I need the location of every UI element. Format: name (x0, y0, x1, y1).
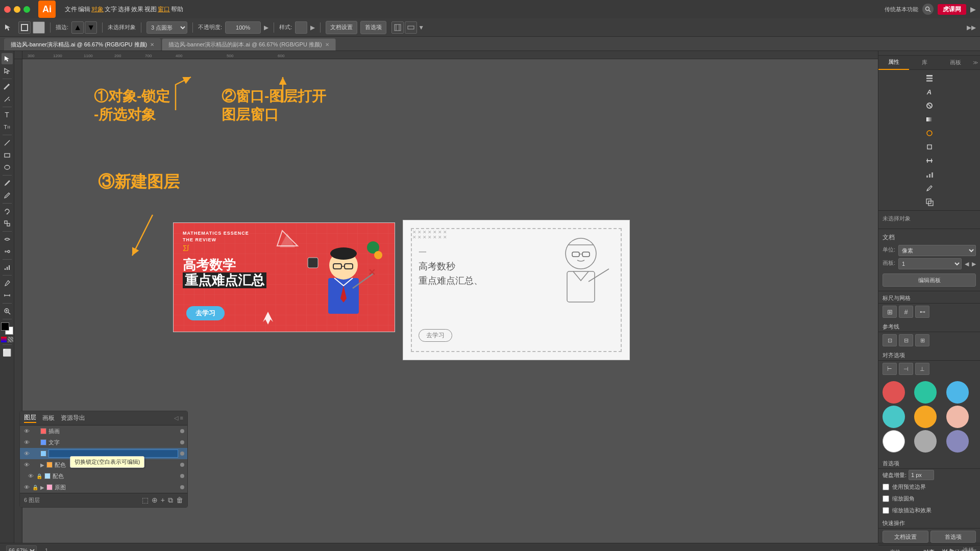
menu-file[interactable]: 文件 (65, 5, 77, 14)
expand-panel-icon[interactable]: ▶ (970, 5, 976, 13)
arrange-btn[interactable] (391, 21, 404, 34)
rp-stroke-icon[interactable] (923, 99, 936, 112)
pencil-tool[interactable] (2, 190, 13, 201)
gradient-btn[interactable] (1, 337, 7, 342)
selection-tool[interactable] (2, 53, 13, 64)
stroke-up-btn[interactable]: ▲ (71, 21, 84, 34)
swatch-teal[interactable] (914, 381, 937, 404)
snap-btn-1[interactable]: ⊢ (883, 363, 897, 375)
swatch-red[interactable] (883, 381, 905, 404)
rp-appearance-icon[interactable] (923, 127, 936, 139)
pen-tool[interactable] (2, 81, 13, 92)
swatch-pink[interactable] (946, 406, 969, 428)
layer-eye-original[interactable]: 👁 (23, 484, 30, 490)
rp-artboard-next[interactable]: ▶ (972, 261, 976, 267)
bp-tab-align[interactable]: 对齐 (912, 545, 946, 551)
rp-align-icon[interactable] (923, 155, 936, 167)
new-sublayer-btn[interactable]: ⊕ (152, 496, 158, 505)
stroke-down-btn[interactable]: ▼ (85, 21, 97, 34)
menu-view[interactable]: 视图 (144, 5, 157, 14)
layer-row-original[interactable]: 👁 🔒 ▶ 原图 (20, 482, 187, 493)
layers-panel-collapse[interactable]: ◁ (174, 415, 178, 421)
tab-1[interactable]: 描边风-banner演示精品.ai @ 66.67% (RGB/GPU 推颜) … (4, 38, 161, 51)
zoom-select[interactable]: 66.67% (6, 545, 37, 552)
make-clipping-btn[interactable]: ⬚ (142, 496, 149, 505)
layer-eye-editing[interactable]: 👁 (23, 450, 30, 457)
menu-effect[interactable]: 效果 (131, 5, 143, 14)
fullscreen-window-btn[interactable] (23, 6, 30, 13)
rect-tool[interactable] (2, 149, 13, 161)
layer-row-peise2[interactable]: 👁 🔒 配色 (20, 470, 187, 482)
close-window-btn[interactable] (4, 6, 11, 13)
layers-panel-menu[interactable]: ≡ (180, 415, 183, 421)
swatch-white[interactable] (883, 430, 905, 453)
area-type-tool[interactable]: T⌗ (2, 121, 13, 133)
layer-expand-original[interactable]: ▶ (40, 485, 44, 490)
rp-artboard-select[interactable]: 1 (898, 258, 962, 269)
quick-doc-settings-btn[interactable]: 文档设置 (883, 531, 928, 543)
style-expand-icon[interactable]: ▶ (310, 24, 315, 31)
arrange-expand[interactable]: ▼ (418, 24, 424, 31)
style-box[interactable] (295, 21, 307, 34)
change-screen-mode-btn[interactable]: ⬜ (2, 347, 13, 358)
stroke-color-box[interactable] (18, 21, 31, 34)
grid-btn-1[interactable]: ⊞ (883, 306, 897, 318)
layers-tab-export[interactable]: 资源导出 (61, 414, 85, 422)
grid-btn-2[interactable]: # (899, 306, 913, 318)
layer-eye-chua[interactable]: 👁 (23, 428, 30, 434)
opacity-input[interactable] (225, 21, 261, 34)
rp-scale-strokes-check[interactable] (883, 507, 889, 514)
blend-tool[interactable] (2, 246, 13, 257)
layer-eye-peise2[interactable]: 👁 (27, 473, 34, 479)
rp-brush-icon[interactable] (923, 182, 936, 194)
measure-tool[interactable] (2, 290, 13, 301)
fill-color-box[interactable] (33, 21, 45, 34)
shape-select[interactable]: 3 点圆形 (146, 21, 187, 34)
eyedropper-tool[interactable] (2, 278, 13, 289)
paintbrush-tool[interactable] (2, 178, 13, 189)
none-btn[interactable] (8, 337, 13, 342)
rp-artboard-prev[interactable]: ◀ (965, 261, 969, 267)
swatch-gray[interactable] (914, 430, 937, 453)
rp-tab-library[interactable]: 库 (909, 56, 940, 69)
delete-layer-btn[interactable]: 🗑 (176, 496, 183, 505)
rp-pathfinder-icon[interactable] (923, 196, 936, 208)
menu-select[interactable]: 选择 (118, 5, 130, 14)
layers-tab-artboards[interactable]: 画板 (42, 414, 55, 422)
doc-settings-btn[interactable]: 文档设置 (326, 21, 357, 34)
menu-window[interactable]: 窗口 (158, 5, 170, 14)
layer-row-chua[interactable]: 👁 插画 (20, 425, 187, 437)
guide-btn-2[interactable]: ⊟ (899, 334, 913, 346)
direct-select-tool[interactable] (2, 65, 13, 77)
layer-row-text[interactable]: 👁 文字 (20, 437, 187, 448)
color-box-area[interactable] (1, 322, 13, 335)
bp-tab-transform[interactable]: 变换 (878, 545, 912, 551)
menu-help[interactable]: 帮助 (171, 5, 183, 14)
type-tool[interactable]: T (2, 109, 13, 120)
ellipse-tool[interactable] (2, 162, 13, 173)
scale-tool[interactable] (2, 218, 13, 229)
snap-btn-3[interactable]: ⊥ (915, 363, 929, 375)
rp-increment-input[interactable] (909, 470, 934, 480)
minimize-window-btn[interactable] (14, 6, 20, 13)
rp-gradient-icon[interactable] (923, 113, 936, 126)
prefs-btn[interactable]: 首选项 (360, 21, 386, 34)
layer-eye-peise[interactable]: 👁 (23, 462, 30, 468)
swatch-orange[interactable] (914, 406, 937, 428)
rp-unit-select[interactable]: 像素 (898, 245, 976, 256)
snap-btn-2[interactable]: ⊣ (899, 363, 913, 375)
swatch-lavender[interactable] (946, 430, 969, 453)
line-tool[interactable] (2, 137, 13, 148)
panel-collapse-arrow[interactable]: ≫ (971, 60, 980, 65)
layer-eye-text[interactable]: 👁 (23, 439, 30, 445)
swatch-cyan[interactable] (883, 406, 905, 428)
search-icon[interactable] (922, 4, 934, 15)
rp-type-icon[interactable]: A (923, 86, 936, 98)
tab-1-close[interactable]: ✕ (150, 42, 154, 47)
menu-object[interactable]: 对象 (91, 5, 104, 14)
quick-prefs-btn[interactable]: 首选项 (930, 531, 976, 543)
rp-preview-bound-check[interactable] (883, 484, 889, 490)
grid-btn-3[interactable]: ⊷ (915, 306, 929, 318)
menu-text[interactable]: 文字 (105, 5, 117, 14)
panel-toggle-right[interactable]: ▶▶ (967, 24, 976, 31)
